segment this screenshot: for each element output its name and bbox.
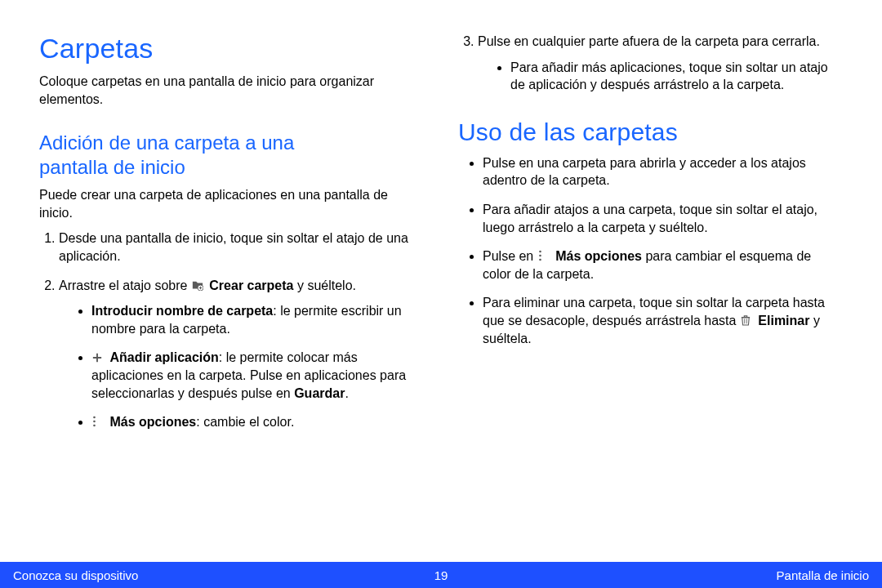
steps-list-cont: Pulse en cualquier parte afuera de la ca… <box>458 33 843 94</box>
page-body: Carpetas Coloque carpetas en una pantall… <box>0 0 882 551</box>
svg-point-4 <box>539 251 541 253</box>
step-1: Desde una pantalla de inicio, toque sin … <box>59 229 424 265</box>
sub2-bold2: Guardar <box>294 386 345 400</box>
right-column: Pulse en cualquier parte afuera de la ca… <box>458 33 843 551</box>
create-folder-icon <box>192 278 203 289</box>
more-options-icon <box>92 414 104 425</box>
left-column: Carpetas Coloque carpetas en una pantall… <box>39 33 424 551</box>
steps-list: Desde una pantalla de inicio, toque sin … <box>39 229 424 430</box>
more-options-icon <box>538 248 550 260</box>
sub3-rest: : cambie el color. <box>196 415 294 429</box>
step-2-sublist: Introducir nombre de carpeta: le permite… <box>59 302 424 431</box>
sub3-bold: Más opciones <box>109 415 196 429</box>
sub2-rest-b: . <box>345 386 348 400</box>
use-4: Para eliminar una carpeta, toque sin sol… <box>483 294 843 347</box>
trash-icon <box>741 313 752 324</box>
intro-text: Coloque carpetas en una pantalla de inic… <box>39 73 424 108</box>
h2-line1: Adición de una carpeta a una <box>39 131 294 154</box>
sub1-bold: Introducir nombre de carpeta <box>91 304 273 318</box>
use-list: Pulse en una carpeta para abrirla y acce… <box>458 154 843 347</box>
h2-line2: pantalla de inicio <box>39 156 185 178</box>
substep-add-app: Añadir aplicación: le permite colocar má… <box>91 349 424 402</box>
svg-point-5 <box>539 255 541 257</box>
step-3-sub: Para añadir más aplicaciones, toque sin … <box>510 59 843 94</box>
use-3: Pulse en Más opciones para cambiar el es… <box>483 247 843 283</box>
substep-name: Introducir nombre de carpeta: le permite… <box>91 302 424 337</box>
svg-point-6 <box>539 259 541 261</box>
lead-text: Puede crear una carpeta de aplicaciones … <box>39 186 424 221</box>
step-3: Pulse en cualquier parte afuera de la ca… <box>478 33 843 94</box>
svg-point-3 <box>93 425 96 427</box>
sub2-bold: Añadir aplicación <box>109 350 218 364</box>
heading-carpetas: Carpetas <box>39 33 424 65</box>
plus-icon <box>92 350 104 361</box>
step-2-b: y suéltelo. <box>297 278 356 292</box>
svg-point-1 <box>93 416 96 419</box>
u4-bold: Eliminar <box>758 314 809 327</box>
heading-add-folder: Adición de una carpeta a una pantalla de… <box>39 131 424 180</box>
u3-a: Pulse en <box>483 249 537 263</box>
footer-page: 19 <box>0 568 882 582</box>
use-2: Para añadir atajos a una carpeta, toque … <box>483 201 843 236</box>
step-2-bold: Crear carpeta <box>209 278 293 292</box>
step-3-text: Pulse en cualquier parte afuera de la ca… <box>478 34 820 48</box>
step-2: Arrastre el atajo sobre Crear carpeta y … <box>59 277 424 431</box>
page-footer: Conozca su dispositivo 19 Pantalla de in… <box>0 562 882 588</box>
step-2-a: Arrastre el atajo sobre <box>59 278 191 292</box>
substep-more-options: Más opciones: cambie el color. <box>91 413 424 431</box>
svg-point-2 <box>93 421 96 423</box>
u3-bold: Más opciones <box>555 249 642 263</box>
step-3-sublist: Para añadir más aplicaciones, toque sin … <box>478 59 843 94</box>
use-1: Pulse en una carpeta para abrirla y acce… <box>483 154 843 189</box>
heading-use-folders: Uso de las carpetas <box>458 118 843 146</box>
